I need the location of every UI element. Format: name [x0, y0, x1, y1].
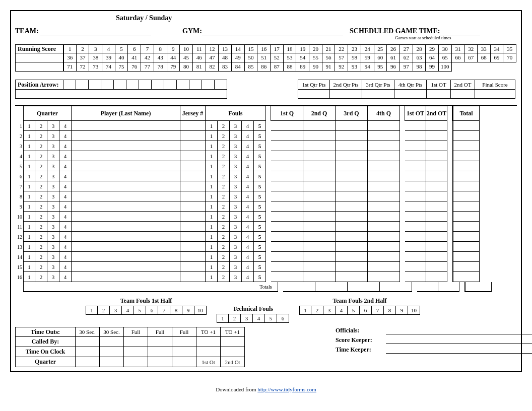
team-fouls-1st-half-label: Team Fouls 1st Half [86, 297, 207, 305]
roster-header-row: Quarter Player (Last Name) Jersey # Foul… [23, 106, 517, 121]
footer: Downloaded from http://www.tidyforms.com [10, 386, 522, 392]
sched-note: Games start at scheduled times [395, 35, 517, 40]
timekeeper-label: Time Keeper: [336, 346, 386, 354]
sched-time-field[interactable]: SCHEDULED GAME TIME: [350, 27, 480, 35]
team-fouls-1st-half[interactable]: 12345678910 [86, 306, 207, 315]
header-block: Saturday / Sunday TEAM: GYM: SCHEDULED G… [15, 14, 517, 40]
running-score-row-3[interactable]: 7172737475767778798081828384858687888990… [63, 62, 516, 72]
running-score: Running Score 12345678910111213141516171… [15, 44, 517, 72]
gym-field[interactable]: GYM: [182, 27, 343, 35]
running-score-row-2[interactable]: 3637383940414243444546474849505152535455… [63, 53, 516, 62]
team-field[interactable]: TEAM: [15, 27, 151, 35]
scorekeeper-label: Score Keeper: [336, 336, 386, 344]
technical-fouls-label: Technical Fouls [217, 305, 289, 313]
running-score-row-1[interactable]: 1234567891011121314151617181920212223242… [63, 44, 516, 53]
day-label: Saturday / Sunday [116, 14, 517, 22]
team-fouls-block: Team Fouls 1st Half 12345678910 Technica… [15, 297, 517, 323]
position-arrow: Position Arrow: [15, 80, 227, 99]
officials-block: Officials: Score Keeper: Time Keeper: [336, 327, 532, 367]
team-fouls-2nd-half-label: Team Fouls 2nd Half [299, 297, 420, 305]
timeouts-table[interactable]: Time Outs:30 Sec.30 Sec.FullFullFullTO +… [15, 327, 245, 367]
team-fouls-2nd-half[interactable]: 12345678910 [299, 306, 420, 315]
footer-link[interactable]: http://www.tidyforms.com [257, 386, 316, 392]
running-score-label: Running Score [15, 44, 63, 53]
scoresheet: Saturday / Sunday TEAM: GYM: SCHEDULED G… [10, 10, 522, 372]
roster-table: 12345678910111213141516 Quarter Player (… [15, 105, 517, 292]
officials-label: Officials: [336, 327, 386, 334]
quarter-points-table: 1st Qtr Pts2nd Qtr Pts3rd Qtr Pts4th Qtr… [298, 80, 515, 99]
technical-fouls[interactable]: 123456 [217, 314, 289, 323]
